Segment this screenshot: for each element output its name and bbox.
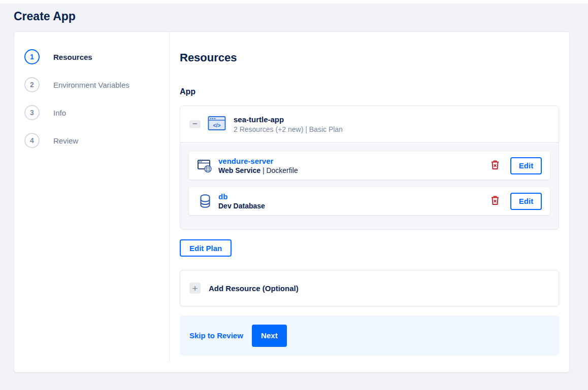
step-review[interactable]: 4 Review bbox=[24, 133, 170, 148]
resource-type: Web Service bbox=[218, 166, 260, 174]
step-label: Environment Variables bbox=[53, 81, 129, 89]
add-resource-section[interactable]: + Add Resource (Optional) bbox=[180, 270, 559, 306]
plus-icon: + bbox=[192, 283, 198, 293]
resource-subtitle: Web Service | Dockerfile bbox=[218, 166, 489, 174]
step-info[interactable]: 3 Info bbox=[24, 105, 170, 120]
wizard-stepper: 1 Resources 2 Environment Variables 3 In… bbox=[14, 32, 170, 372]
resource-detail: Dockerfile bbox=[266, 166, 298, 174]
collapse-app-button[interactable]: − bbox=[189, 120, 201, 128]
resource-titles: vendure-server Web Service | Dockerfile bbox=[218, 157, 489, 174]
step-label: Info bbox=[53, 109, 66, 117]
wizard-footer: Skip to Review Next bbox=[180, 315, 559, 356]
edit-plan-button[interactable]: Edit Plan bbox=[180, 239, 232, 257]
minus-icon: − bbox=[192, 120, 198, 128]
step-number-badge: 3 bbox=[24, 105, 40, 120]
svg-text:</>: </> bbox=[213, 122, 220, 128]
app-titles: sea-turtle-app 2 Resources (+2 new) | Ba… bbox=[234, 115, 343, 133]
skip-to-review-link[interactable]: Skip to Review bbox=[189, 331, 243, 340]
trash-icon bbox=[491, 160, 500, 171]
resources-step-panel: Resources App − </> bbox=[170, 32, 569, 372]
step-number-badge: 4 bbox=[24, 133, 40, 148]
app-meta: 2 Resources (+2 new) | Basic Plan bbox=[234, 125, 343, 133]
database-icon bbox=[197, 194, 213, 209]
step-label: Resources bbox=[53, 53, 92, 61]
page-title: Create App bbox=[14, 10, 588, 23]
app-card-body: vendure-server Web Service | Dockerfile bbox=[180, 142, 559, 229]
web-service-icon bbox=[197, 158, 213, 174]
delete-resource-button[interactable] bbox=[489, 194, 501, 208]
create-app-wizard-card: 1 Resources 2 Environment Variables 3 In… bbox=[14, 31, 570, 373]
step-number-badge: 2 bbox=[24, 77, 40, 92]
resource-type: Dev Database bbox=[218, 202, 265, 210]
resource-subtitle-separator: | bbox=[260, 166, 266, 174]
top-strip bbox=[0, 0, 588, 4]
add-resource-expand-button[interactable]: + bbox=[189, 282, 201, 294]
resources-heading: Resources bbox=[180, 51, 559, 64]
app-name: sea-turtle-app bbox=[234, 115, 343, 124]
next-button[interactable]: Next bbox=[252, 325, 287, 347]
step-resources[interactable]: 1 Resources bbox=[24, 49, 170, 64]
add-resource-label: Add Resource (Optional) bbox=[209, 284, 299, 293]
edit-resource-button[interactable]: Edit bbox=[510, 193, 542, 210]
resource-subtitle: Dev Database bbox=[218, 202, 489, 210]
resource-name-link[interactable]: vendure-server bbox=[218, 157, 489, 165]
resource-row-database: db Dev Database Edit bbox=[189, 187, 550, 215]
trash-icon bbox=[491, 195, 500, 207]
step-label: Review bbox=[53, 136, 78, 145]
resource-row-web-service: vendure-server Web Service | Dockerfile bbox=[189, 152, 550, 180]
app-card: − </> sea-turtle-app 2 Resources (+2 new… bbox=[180, 105, 559, 230]
resource-name-link[interactable]: db bbox=[218, 192, 489, 201]
delete-resource-button[interactable] bbox=[489, 159, 501, 172]
resource-titles: db Dev Database bbox=[218, 192, 489, 210]
app-card-header: − </> sea-turtle-app 2 Resources (+2 new… bbox=[180, 106, 559, 142]
step-environment-variables[interactable]: 2 Environment Variables bbox=[24, 77, 170, 92]
app-window-icon: </> bbox=[207, 113, 227, 135]
edit-resource-button[interactable]: Edit bbox=[510, 157, 542, 174]
app-section-label: App bbox=[180, 87, 559, 96]
step-number-badge: 1 bbox=[24, 49, 40, 64]
